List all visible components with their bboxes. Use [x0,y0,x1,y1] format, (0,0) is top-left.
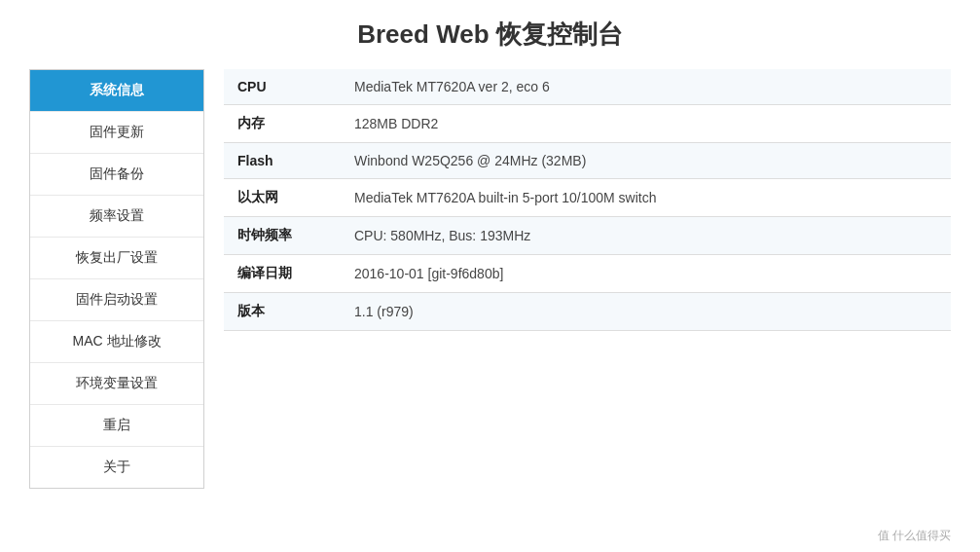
sidebar-item-1[interactable]: 固件更新 [30,112,203,154]
table-cell-label: Flash [224,143,341,179]
table-cell-value: MediaTek MT7620A built-in 5-port 10/100M… [341,179,951,217]
watermark-text: 值 什么值得买 [878,529,951,542]
table-row: 版本1.1 (r979) [224,293,951,331]
sidebar-item-6[interactable]: MAC 地址修改 [30,321,203,363]
page-title: Breed Web 恢复控制台 [0,0,980,69]
sidebar-item-8[interactable]: 重启 [30,405,203,447]
table-row: 时钟频率CPU: 580MHz, Bus: 193MHz [224,217,951,255]
table-cell-label: 编译日期 [224,255,341,293]
table-cell-label: 版本 [224,293,341,331]
page-wrapper: Breed Web 恢复控制台 系统信息固件更新固件备份频率设置恢复出厂设置固件… [0,0,980,552]
table-cell-value: 1.1 (r979) [341,293,951,331]
table-cell-label: CPU [224,69,341,105]
info-table: CPUMediaTek MT7620A ver 2, eco 6内存128MB … [224,69,951,331]
table-cell-value: 128MB DDR2 [341,105,951,143]
sidebar-item-5[interactable]: 固件启动设置 [30,279,203,321]
table-row: FlashWinbond W25Q256 @ 24MHz (32MB) [224,143,951,179]
sidebar-item-0[interactable]: 系统信息 [30,70,203,112]
sidebar-item-3[interactable]: 频率设置 [30,196,203,238]
sidebar-item-9[interactable]: 关于 [30,447,203,488]
watermark: 值 什么值得买 [0,518,980,549]
main-content: 系统信息固件更新固件备份频率设置恢复出厂设置固件启动设置MAC 地址修改环境变量… [0,69,980,518]
table-row: 内存128MB DDR2 [224,105,951,143]
sidebar-item-4[interactable]: 恢复出厂设置 [30,238,203,279]
info-panel: CPUMediaTek MT7620A ver 2, eco 6内存128MB … [224,69,951,489]
sidebar: 系统信息固件更新固件备份频率设置恢复出厂设置固件启动设置MAC 地址修改环境变量… [29,69,204,489]
sidebar-item-7[interactable]: 环境变量设置 [30,363,203,405]
table-cell-value: CPU: 580MHz, Bus: 193MHz [341,217,951,255]
table-row: 编译日期2016-10-01 [git-9f6d80b] [224,255,951,293]
table-cell-label: 时钟频率 [224,217,341,255]
sidebar-item-2[interactable]: 固件备份 [30,154,203,196]
table-cell-label: 以太网 [224,179,341,217]
table-cell-label: 内存 [224,105,341,143]
table-cell-value: MediaTek MT7620A ver 2, eco 6 [341,69,951,105]
table-row: CPUMediaTek MT7620A ver 2, eco 6 [224,69,951,105]
table-cell-value: Winbond W25Q256 @ 24MHz (32MB) [341,143,951,179]
table-row: 以太网MediaTek MT7620A built-in 5-port 10/1… [224,179,951,217]
table-cell-value: 2016-10-01 [git-9f6d80b] [341,255,951,293]
